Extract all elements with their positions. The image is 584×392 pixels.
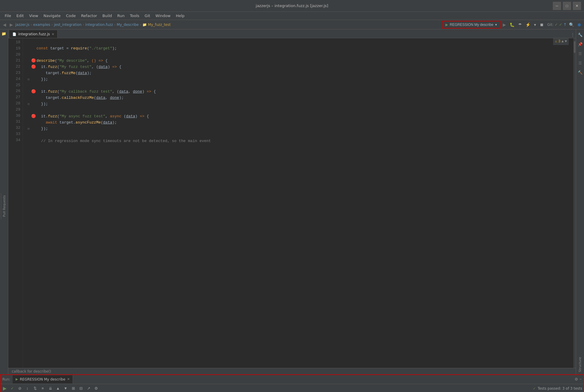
- tab-actions: ⋮: [571, 32, 575, 38]
- sidebar-tool-2[interactable]: 📌: [576, 40, 584, 48]
- title-bar: jazzerjs – integration.fuzz.js [jazzer.j…: [0, 0, 584, 12]
- sidebar-tool-1[interactable]: 🔧: [576, 31, 584, 39]
- coverage-button[interactable]: ☂: [517, 22, 523, 28]
- warning-down[interactable]: ▼: [565, 39, 567, 44]
- run-status-check: ✓: [533, 386, 536, 391]
- menu-file[interactable]: File: [2, 12, 14, 19]
- run-header-actions: ⚙ −: [575, 377, 582, 381]
- window-title: jazzerjs – integration.fuzz.js [jazzer.j…: [256, 4, 328, 8]
- breadcrumb-my-describe[interactable]: My_describe: [117, 23, 139, 27]
- run-expand-node-button[interactable]: ⊟: [78, 385, 84, 392]
- code-line-31: await target.asyncFuzzMe(data);: [26, 120, 570, 126]
- code-line-27: target.callbackFuzzMe(data, done);: [26, 95, 570, 101]
- run-cancel-button[interactable]: ⊘: [16, 385, 23, 392]
- structure-tab[interactable]: Structure: [578, 356, 583, 373]
- window-controls: ─ □ ✕: [553, 2, 581, 10]
- run-tab-icon: ▶: [16, 377, 18, 381]
- sidebar-tool-3[interactable]: ☰: [576, 49, 584, 58]
- mini-scrollbar[interactable]: [573, 38, 576, 368]
- run-tab[interactable]: ▶ REGRESSION My describe ✕: [13, 375, 73, 383]
- breadcrumb-examples[interactable]: examples: [33, 23, 50, 27]
- git-label: Git:: [547, 23, 553, 27]
- menu-tools[interactable]: Tools: [128, 12, 142, 19]
- debug-button[interactable]: 🐛: [508, 22, 516, 28]
- hint-text: callback for describe(): [12, 369, 51, 373]
- menu-view[interactable]: View: [27, 12, 41, 19]
- sidebar-tool-4[interactable]: ☰: [576, 59, 584, 67]
- tab-close-button[interactable]: ✕: [52, 32, 54, 36]
- code-line-32: ⊟ });: [26, 126, 570, 132]
- back-button[interactable]: ◀: [2, 22, 7, 28]
- run-settings2-button[interactable]: ⚙: [93, 385, 99, 392]
- code-line-24: ⊟ });: [26, 76, 570, 83]
- menu-run[interactable]: Run: [115, 12, 127, 19]
- editor-menu-button[interactable]: ⋮: [571, 32, 575, 37]
- code-line-18: [26, 39, 570, 46]
- run-group-button[interactable]: ≡: [39, 385, 46, 392]
- menu-refactor[interactable]: Refactor: [79, 12, 99, 19]
- right-sidebar: 🔧 📌 ☰ ☰ 🔨 Structure: [576, 29, 584, 374]
- run-check-button[interactable]: ✓: [9, 385, 15, 392]
- run-up-button[interactable]: ▲: [55, 385, 61, 392]
- code-text-area[interactable]: ⚠ 3 ▲ ▼ const target = require("./target…: [23, 38, 573, 368]
- run-play-button[interactable]: ▶: [2, 385, 8, 392]
- run-sort-dur-button[interactable]: ⇅: [32, 385, 38, 392]
- minimize-button[interactable]: ─: [553, 2, 561, 10]
- breadcrumb-integration-fuzz[interactable]: integration.fuzz: [85, 23, 113, 27]
- run-expand-all-button[interactable]: ⊞: [70, 385, 76, 392]
- js-file-icon: 📄: [12, 32, 16, 36]
- warning-up[interactable]: ▲: [562, 39, 564, 44]
- stop-button[interactable]: ⏹: [538, 22, 545, 28]
- editor-tab-integration-fuzz[interactable]: 📄 integration.fuzz.js ✕: [9, 30, 58, 38]
- run-forward-button[interactable]: ▶: [502, 22, 507, 28]
- git-up-arrow: ↑: [563, 22, 567, 27]
- run-tab-name: REGRESSION My describe: [20, 377, 66, 381]
- run-sort-desc-button[interactable]: ⇊: [47, 385, 54, 392]
- git-check2: ✓: [559, 22, 562, 27]
- run-sort-az-button[interactable]: ↕: [24, 385, 31, 392]
- run-tab-close[interactable]: ✕: [67, 377, 70, 381]
- maximize-button[interactable]: □: [563, 2, 571, 10]
- menu-help[interactable]: Help: [174, 12, 187, 19]
- profile-button[interactable]: ⚡: [524, 22, 532, 28]
- code-line-28: ⊟ });: [26, 101, 570, 107]
- close-button[interactable]: ✕: [573, 2, 581, 10]
- run-minimize-button[interactable]: −: [579, 377, 582, 381]
- run-toolbar: ▶ ✓ ⊘ ↕ ⇅ ≡ ⇊ ▲ ▼ ⊞ ⊟ ↗ ⚙ ✓ Tests passed…: [0, 384, 584, 392]
- menu-edit[interactable]: Edit: [14, 12, 26, 19]
- menu-navigate[interactable]: Navigate: [41, 12, 63, 19]
- run-panel-header: Run: ▶ REGRESSION My describe ✕ ⚙ −: [0, 375, 584, 384]
- code-line-34: // In regression mode sync timeouts are …: [26, 138, 570, 144]
- sidebar-project-icon[interactable]: 📁: [0, 29, 8, 38]
- dropdown-button[interactable]: ▾: [533, 22, 537, 28]
- search-button[interactable]: 🔍: [568, 22, 575, 28]
- code-area: 📄 integration.fuzz.js ✕ ⋮ 18 19 20 21 22…: [8, 29, 576, 374]
- sidebar-tool-5[interactable]: 🔨: [576, 68, 584, 76]
- run-open-editor-button[interactable]: ↗: [85, 385, 92, 392]
- run-down-button[interactable]: ▼: [62, 385, 69, 392]
- code-line-23: target.fuzzMe(data);: [26, 70, 570, 76]
- main-area: 📁 Pull Requests 📄 integration.fuzz.js ✕ …: [0, 29, 584, 374]
- main-toolbar: ◀ ▶ jazzer.js › examples › jest_integrat…: [0, 20, 584, 29]
- run-panel: Run: ▶ REGRESSION My describe ✕ ⚙ − ▶ ✓ …: [0, 374, 584, 392]
- menu-window[interactable]: Window: [153, 12, 173, 19]
- run-config-dropdown-icon: ▾: [495, 23, 497, 27]
- breadcrumb-root[interactable]: jazzer.js: [15, 23, 29, 27]
- code-line-29: [26, 107, 570, 114]
- menu-git[interactable]: Git: [142, 12, 153, 19]
- forward-button[interactable]: ▶: [9, 22, 14, 28]
- code-line-19: const target = require("./target");: [26, 46, 570, 52]
- code-editor[interactable]: 18 19 20 21 22 23 24 25 26 27 28 29 30 3…: [8, 38, 576, 368]
- breadcrumb-jest-integration[interactable]: jest_integration: [54, 23, 81, 27]
- sidebar-pull-requests[interactable]: Pull Requests: [1, 193, 7, 219]
- run-label: Run:: [2, 377, 10, 381]
- run-settings-button[interactable]: ⚙: [575, 377, 578, 381]
- run-config-label: REGRESSION My describe: [450, 23, 493, 27]
- code-line-25: [26, 83, 570, 89]
- hint-bar: callback for describe(): [8, 368, 576, 374]
- update-button[interactable]: ⊕: [576, 22, 582, 28]
- menu-code[interactable]: Code: [64, 12, 78, 19]
- menu-build[interactable]: Build: [100, 12, 114, 19]
- breadcrumb-my-fuzz-test[interactable]: 📁 My_fuzz_test: [142, 23, 171, 27]
- run-config-button[interactable]: ▶ REGRESSION My describe ▾: [442, 21, 500, 29]
